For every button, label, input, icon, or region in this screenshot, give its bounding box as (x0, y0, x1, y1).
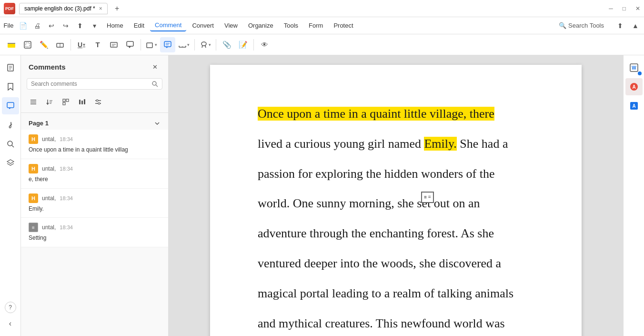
cloud-upload-button[interactable]: ⬆ (614, 19, 627, 32)
eraser-tool-button[interactable] (52, 37, 68, 52)
comment-meta-3: H untal, 18:34 (29, 193, 161, 203)
comments-header: Comments ✕ (21, 55, 168, 78)
comment-avatar-1: H (29, 134, 38, 144)
maximize-button[interactable]: □ (623, 5, 626, 12)
pdf-paragraph-4: world. One sunny morning, she set out on… (258, 193, 534, 215)
divider-3 (194, 39, 195, 51)
pdf-paragraph-7: magical portal leading to a realm of tal… (258, 283, 534, 305)
menu-item-edit[interactable]: Edit (129, 20, 149, 31)
filter-group-icon[interactable] (59, 95, 72, 109)
menu-item-home[interactable]: Home (102, 20, 128, 31)
comment-item-4[interactable]: ≡ untal, 18:34 Setting (21, 218, 168, 247)
left-sidebar: ? ‹ (0, 55, 21, 336)
menu-item-organize[interactable]: Organize (243, 20, 278, 31)
sidebar-icon-pages[interactable] (2, 59, 19, 76)
stamp-tool-button[interactable]: ▾ (198, 37, 213, 52)
minimize-button[interactable]: ─ (609, 5, 613, 12)
comment-item-2[interactable]: H untal, 18:34 e, there (21, 159, 168, 189)
svg-rect-44 (63, 102, 65, 105)
more-menu-icon[interactable]: ▾ (88, 19, 101, 32)
pdf-viewer[interactable]: Once upon a time in a quaint little vill… (169, 55, 623, 336)
show-hide-button[interactable]: 👁 (257, 37, 272, 52)
file-menu-button[interactable]: File (2, 19, 15, 32)
comments-search-bar (21, 78, 168, 93)
callout-tool-button[interactable] (122, 37, 138, 52)
pdf-content: Once upon a time in a quaint little vill… (258, 103, 534, 336)
comment-meta-4: ≡ untal, 18:34 (29, 223, 161, 232)
highlight-tool-button[interactable] (4, 37, 19, 52)
sidebar-icon-comments[interactable] (2, 97, 19, 114)
comments-search-input[interactable] (31, 81, 149, 87)
svg-rect-42 (63, 99, 65, 102)
close-tab-icon[interactable]: × (99, 5, 102, 12)
print-icon[interactable]: 🖨 (30, 19, 44, 32)
sidebar-icon-help[interactable]: ? (5, 302, 16, 313)
search-tools-button[interactable]: 🔍 Search Tools (554, 20, 609, 31)
close-comments-button[interactable]: ✕ (149, 61, 161, 72)
sidebar-icon-attachments[interactable] (2, 116, 19, 133)
comment-user-1: untal, (42, 136, 56, 143)
svg-marker-32 (7, 160, 14, 163)
text-comment-tool-button[interactable]: 📝 (235, 37, 251, 52)
menu-item-comment[interactable]: Comment (150, 20, 186, 31)
comment-tool-button[interactable] (160, 37, 175, 52)
filter-settings-icon[interactable] (91, 95, 105, 109)
svg-marker-27 (8, 83, 13, 90)
pencil-tool-button[interactable]: ✏️ (36, 37, 51, 52)
stamp-area: she set out on an≡ = (397, 193, 480, 215)
svg-marker-29 (9, 108, 11, 109)
right-sidebar-properties-icon[interactable]: W (625, 59, 643, 76)
menu-item-form[interactable]: Form (304, 20, 328, 31)
comment-item-1[interactable]: H untal, 18:34 Once upon a time in a qua… (21, 130, 168, 159)
redo-icon[interactable]: ↪ (59, 19, 72, 32)
document-tab[interactable]: sample english doc (3).pdf * × (19, 3, 108, 14)
filter-toolbar (21, 93, 168, 113)
close-button[interactable]: ✕ (635, 5, 640, 12)
shapes-tool-button[interactable]: ▾ (144, 37, 159, 52)
comment-user-2: untal, (42, 165, 56, 172)
menu-item-convert[interactable]: Convert (187, 20, 219, 31)
undo-icon[interactable]: ↩ (45, 19, 58, 32)
comment-time-3: 18:34 (60, 195, 73, 201)
textbox-tool-button[interactable] (106, 37, 121, 52)
upload-icon[interactable]: ⬆ (73, 19, 87, 32)
right-sidebar-word-button[interactable]: A (625, 97, 643, 114)
comment-time-4: 18:34 (60, 224, 73, 230)
attach-tool-button[interactable]: 📎 (219, 37, 234, 52)
svg-text:W: W (632, 65, 636, 71)
pdf-paragraph-1: Once upon a time in a quaint little vill… (258, 103, 534, 125)
filter-sort-icon[interactable] (43, 95, 56, 109)
collapse-ribbon-button[interactable]: ▲ (629, 19, 642, 32)
comment-text-1: Once upon a time in a quaint little vill… (29, 146, 161, 154)
svg-marker-10 (128, 46, 131, 48)
page-1-header[interactable]: Page 1 (21, 117, 168, 130)
svg-text:A: A (632, 84, 635, 90)
svg-line-21 (202, 46, 202, 48)
underline-tool-button[interactable]: U▾ (74, 37, 89, 52)
comment-meta-1: H untal, 18:34 (29, 134, 161, 144)
filter-list-icon[interactable] (27, 95, 40, 109)
sidebar-icon-search[interactable] (2, 135, 19, 153)
text-tool-button[interactable]: T (90, 37, 105, 52)
svg-rect-47 (84, 99, 85, 104)
svg-rect-2 (24, 41, 31, 48)
comments-panel: Comments ✕ (21, 55, 169, 336)
add-tab-button[interactable]: + (111, 3, 123, 14)
svg-rect-6 (111, 42, 117, 47)
comment-item-3[interactable]: H untal, 18:34 Emily. (21, 189, 168, 218)
svg-line-31 (12, 145, 14, 147)
comment-time-2: 18:34 (60, 166, 73, 172)
main-content: ? ‹ Comments ✕ (0, 55, 644, 336)
save-icon[interactable]: 📄 (16, 19, 30, 32)
menu-item-protect[interactable]: Protect (329, 20, 358, 31)
menu-item-tools[interactable]: Tools (279, 20, 303, 31)
selection-tool-button[interactable] (20, 37, 35, 52)
measure-tool-button[interactable]: ▾ (176, 37, 191, 52)
right-sidebar-ai-button[interactable]: A (625, 78, 643, 95)
comment-user-3: untal, (42, 195, 56, 202)
sidebar-icon-layers[interactable] (2, 154, 19, 172)
menu-item-view[interactable]: View (220, 20, 242, 31)
sidebar-icon-bookmarks[interactable] (2, 78, 19, 95)
sidebar-collapse-button[interactable]: ‹ (2, 315, 19, 332)
filter-bar-icon[interactable] (75, 95, 89, 109)
